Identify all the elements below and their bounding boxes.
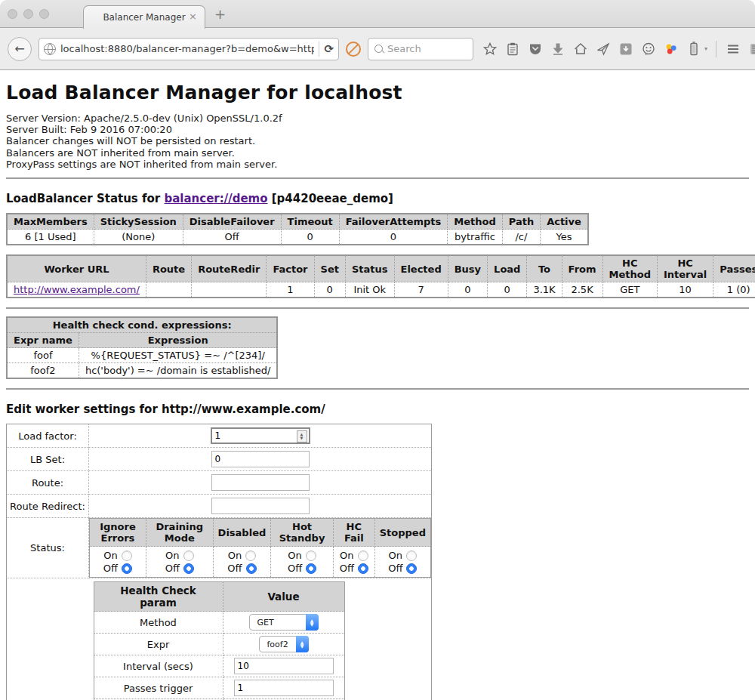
hc-passes-input[interactable]: [234, 680, 334, 696]
window-controls: [8, 9, 49, 19]
content-blocker-icon[interactable]: [346, 42, 361, 57]
worker-row: http://www.example.com/ 10Init Ok7003.1K…: [7, 282, 755, 298]
expr-name-cell: foof: [7, 348, 79, 363]
expression-header: Expression: [79, 333, 277, 348]
select-stepper-icon: ▲▼: [306, 614, 319, 631]
hc-method-row: Method GET ▲▼: [94, 612, 344, 634]
tab-balancer-manager[interactable]: Balancer Manager ×: [83, 5, 205, 29]
url-bar[interactable]: localhost:8880/balancer-manager?b=demo&w…: [39, 38, 339, 60]
status-off-radio[interactable]: [406, 563, 417, 574]
worker-header-cell: Load: [488, 255, 527, 282]
color-dots-icon[interactable]: [663, 41, 679, 57]
worker-header-cell: Elected: [394, 255, 448, 282]
search-placeholder: Search: [387, 43, 421, 54]
status-on-radio[interactable]: [122, 550, 132, 561]
status-on-radio[interactable]: [358, 550, 368, 561]
status-column-header: Disabled: [213, 519, 271, 547]
hc-expr-select[interactable]: foof2 ▲▼: [259, 636, 309, 652]
off-label: Off: [227, 562, 242, 575]
close-window-button[interactable]: [8, 9, 17, 19]
balancer-value-cell: 0: [281, 230, 339, 245]
status-on-radio[interactable]: [245, 550, 256, 561]
tab-bar: Balancer Manager × +: [0, 0, 755, 28]
off-label: Off: [388, 562, 402, 575]
home-icon[interactable]: [572, 41, 588, 57]
expression-cell: hc('body') =~ /domain is established/: [79, 363, 277, 379]
route-label: Route:: [7, 471, 89, 495]
worker-value-cell: 0: [448, 282, 487, 298]
worker-value-cell: Init Ok: [345, 282, 394, 298]
status-off-radio[interactable]: [122, 563, 132, 574]
minimize-window-button[interactable]: [23, 9, 33, 19]
route-input[interactable]: [211, 474, 310, 491]
status-radio-cell: OnOff: [90, 547, 146, 578]
menu-hamburger-icon[interactable]: [725, 41, 741, 57]
worker-header-cell: Worker URL: [7, 255, 146, 282]
apps-grid-icon[interactable]: [747, 41, 755, 57]
new-tab-button[interactable]: +: [214, 8, 226, 21]
worker-header-cell: From: [562, 255, 602, 282]
status-on-radio[interactable]: [306, 550, 316, 561]
worker-value-cell: 3.1K: [527, 282, 562, 298]
balancer-header-cell: MaxMembers: [7, 214, 94, 230]
select-stepper-icon: ▲▼: [296, 636, 309, 652]
status-off-radio[interactable]: [246, 563, 257, 574]
toolbar-icons: ▾: [482, 41, 755, 57]
balancer-value-cell: 0: [339, 230, 448, 245]
reload-icon[interactable]: ⟳: [324, 42, 334, 56]
balancer-status-table: MaxMembersStickySessionDisableFailoverTi…: [6, 213, 589, 245]
status-on-radio[interactable]: [406, 550, 417, 561]
worker-header-cell: To: [527, 255, 562, 282]
battery-dropdown-caret[interactable]: ▾: [704, 45, 707, 52]
balancer-value-cell: 6 [1 Used]: [7, 230, 94, 245]
lb-set-input[interactable]: [211, 451, 310, 467]
back-button[interactable]: ←: [8, 37, 32, 61]
url-text[interactable]: localhost:8880/balancer-manager?b=demo&w…: [60, 43, 314, 54]
send-plane-icon[interactable]: [595, 41, 611, 57]
status-row: Status: Ignore ErrorsDraining ModeDisabl…: [7, 518, 432, 578]
feedback-smiley-icon[interactable]: [640, 41, 656, 57]
status-off-radio[interactable]: [306, 563, 316, 574]
search-icon: [374, 45, 383, 53]
balancer-value-cell: Yes: [541, 230, 588, 245]
pocket-icon[interactable]: [527, 41, 543, 57]
status-off-radio[interactable]: [358, 563, 368, 574]
tab-close-icon[interactable]: ×: [189, 11, 197, 22]
hc-expr-label: Expr: [94, 634, 223, 655]
hc-interval-input[interactable]: [234, 658, 334, 674]
zoom-window-button[interactable]: [39, 9, 49, 19]
number-spinner-icon[interactable]: ▲▼: [297, 430, 307, 443]
off-label: Off: [165, 562, 180, 575]
balancer-header-cell: DisableFailover: [183, 214, 281, 230]
page-content: Load Balancer Manager for localhost Serv…: [0, 82, 755, 700]
status-heading-suffix: [p4420eeae_demo]: [268, 192, 393, 205]
status-off-radio[interactable]: [183, 563, 194, 574]
download-icon[interactable]: [550, 41, 565, 57]
navigation-toolbar: ← localhost:8880/balancer-manager?b=demo…: [0, 28, 755, 70]
on-label: On: [340, 549, 353, 562]
worker-value-cell: [146, 282, 191, 298]
hc-passes-label: Passes trigger: [94, 677, 223, 699]
worker-value-cell: 0: [314, 282, 345, 298]
worker-url-link[interactable]: http://www.example.com/: [14, 284, 140, 295]
status-column-header: Ignore Errors: [90, 519, 146, 547]
battery-icon[interactable]: [686, 41, 701, 57]
on-label: On: [103, 549, 117, 562]
status-on-radio[interactable]: [183, 550, 194, 561]
divider: [6, 388, 749, 390]
square-download-icon[interactable]: [618, 41, 633, 57]
load-factor-input[interactable]: [211, 427, 310, 444]
balancer-header-cell: StickySession: [94, 214, 183, 230]
worker-value-cell: 7: [394, 282, 448, 298]
balancer-demo-link[interactable]: balancer://demo: [164, 192, 267, 205]
on-label: On: [228, 549, 242, 562]
bookmark-star-icon[interactable]: [482, 41, 498, 57]
status-column-header: Hot Standby: [271, 519, 334, 547]
route-redirect-input[interactable]: [211, 498, 310, 514]
browser-window: Balancer Manager × + ← localhost:8880/ba…: [0, 0, 755, 700]
worker-header-cell: Busy: [448, 255, 487, 282]
status-label: Status:: [7, 518, 89, 578]
hc-method-select[interactable]: GET ▲▼: [249, 614, 319, 631]
search-bar[interactable]: Search: [368, 38, 473, 60]
clipboard-icon[interactable]: [504, 41, 520, 57]
